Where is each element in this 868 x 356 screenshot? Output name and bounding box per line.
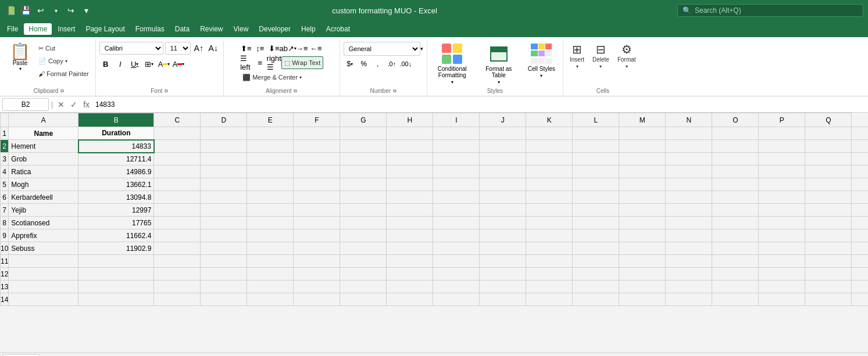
decrease-font-btn[interactable]: A↓ (207, 42, 220, 55)
cell[interactable] (294, 268, 340, 281)
cell[interactable] (852, 166, 868, 178)
cell[interactable] (201, 153, 247, 166)
cell[interactable] (247, 242, 294, 255)
cell[interactable] (666, 242, 712, 255)
cell[interactable]: 12997 (78, 204, 154, 217)
cell[interactable] (201, 166, 247, 178)
row-header-9[interactable]: 9 (1, 229, 9, 242)
cell[interactable] (387, 204, 433, 217)
cell[interactable]: Ratica (9, 166, 78, 178)
cell[interactable] (247, 293, 294, 306)
cell[interactable] (294, 229, 340, 242)
cell[interactable] (666, 178, 712, 191)
cell[interactable] (852, 242, 868, 255)
cell[interactable] (666, 281, 712, 293)
delete-button[interactable]: ⊟ Delete ▾ (590, 42, 612, 71)
cell[interactable] (712, 217, 759, 229)
menu-insert[interactable]: Insert (53, 23, 80, 35)
cell[interactable] (480, 281, 526, 293)
cell[interactable] (526, 281, 573, 293)
cell[interactable] (387, 293, 433, 306)
cell[interactable] (78, 268, 154, 281)
cell[interactable] (154, 166, 201, 178)
cell[interactable] (387, 166, 433, 178)
cell[interactable] (387, 255, 433, 268)
row-header-6[interactable]: 6 (1, 191, 9, 204)
number-expand-icon[interactable]: ▾ (420, 46, 423, 52)
cell[interactable] (247, 281, 294, 293)
cell[interactable]: Apprefix (9, 229, 78, 242)
cell[interactable] (480, 127, 526, 140)
cell[interactable] (852, 268, 868, 281)
align-top-button[interactable]: ⬆≡ (240, 42, 252, 55)
format-as-table-button[interactable]: Format as Table ▾ (477, 42, 520, 87)
paste-dropdown-icon[interactable]: ▾ (19, 66, 22, 71)
cell[interactable] (9, 268, 78, 281)
cell[interactable] (526, 229, 573, 242)
cell[interactable] (480, 242, 526, 255)
cell[interactable] (666, 127, 712, 140)
cell[interactable] (619, 191, 666, 204)
cell[interactable] (805, 204, 852, 217)
cell[interactable] (759, 166, 805, 178)
menu-review[interactable]: Review (195, 23, 227, 35)
cell[interactable] (712, 204, 759, 217)
cell[interactable] (805, 191, 852, 204)
cell[interactable] (201, 255, 247, 268)
number-format-select[interactable]: General (344, 42, 420, 56)
cell[interactable] (480, 191, 526, 204)
cell[interactable] (433, 229, 480, 242)
cell[interactable] (247, 268, 294, 281)
cell[interactable] (340, 166, 387, 178)
cell[interactable] (433, 178, 480, 191)
cell[interactable] (9, 293, 78, 306)
cell[interactable] (201, 140, 247, 153)
cell[interactable] (619, 293, 666, 306)
menu-view[interactable]: View (229, 23, 253, 35)
col-header-l[interactable]: L (573, 113, 619, 127)
font-size-select[interactable]: 11 (165, 42, 191, 55)
menu-file[interactable]: File (2, 23, 23, 35)
col-header-m[interactable]: M (619, 113, 666, 127)
cell[interactable] (526, 191, 573, 204)
cell[interactable] (247, 255, 294, 268)
cell[interactable] (805, 217, 852, 229)
cell[interactable] (759, 178, 805, 191)
col-header-a[interactable]: A (9, 113, 78, 127)
cell[interactable]: Name (9, 127, 78, 140)
cell[interactable] (759, 153, 805, 166)
cell[interactable] (154, 153, 201, 166)
cell[interactable] (759, 191, 805, 204)
col-header-f[interactable]: F (294, 113, 340, 127)
cell[interactable] (387, 217, 433, 229)
cell[interactable] (666, 229, 712, 242)
row-header-11[interactable]: 11 (1, 255, 9, 268)
cell[interactable] (759, 127, 805, 140)
cell[interactable] (712, 281, 759, 293)
cell[interactable] (387, 191, 433, 204)
cancel-formula-btn[interactable]: ✕ (55, 100, 67, 109)
cell[interactable] (852, 153, 868, 166)
cell[interactable] (526, 293, 573, 306)
cell[interactable] (340, 242, 387, 255)
cell[interactable] (526, 127, 573, 140)
cell[interactable] (852, 140, 868, 153)
cell[interactable] (154, 268, 201, 281)
wrap-text-button[interactable]: ⬚ Wrap Text (281, 56, 323, 69)
cell[interactable] (573, 166, 619, 178)
cell[interactable] (480, 153, 526, 166)
cell[interactable] (712, 191, 759, 204)
cell[interactable] (480, 178, 526, 191)
cell[interactable] (480, 268, 526, 281)
cell[interactable] (619, 255, 666, 268)
cell[interactable] (573, 242, 619, 255)
customize-btn[interactable]: ▾ (80, 5, 92, 16)
cell[interactable] (619, 127, 666, 140)
cell[interactable] (712, 127, 759, 140)
cell[interactable] (78, 255, 154, 268)
col-header-k[interactable]: K (526, 113, 573, 127)
cell[interactable] (387, 242, 433, 255)
cell[interactable] (805, 293, 852, 306)
align-middle-button[interactable]: ↕≡ (253, 42, 266, 55)
cell[interactable] (666, 217, 712, 229)
